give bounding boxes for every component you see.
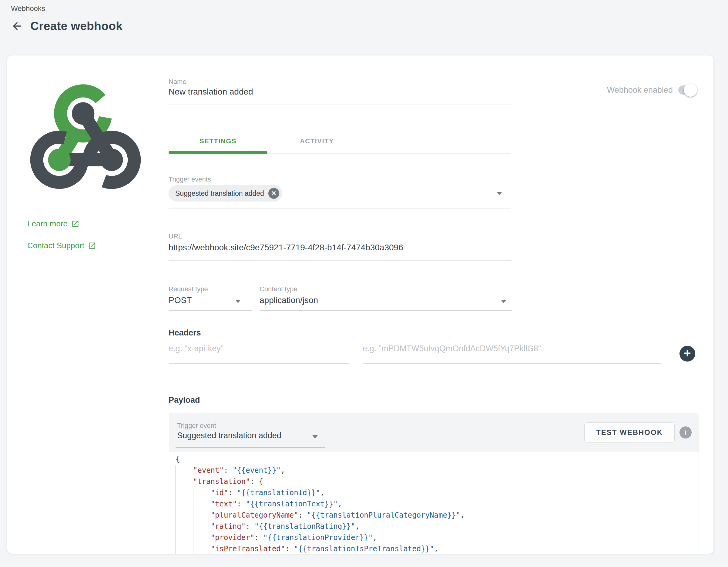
chip-label: Suggested translation added xyxy=(175,190,264,198)
headers-heading: Headers xyxy=(169,328,201,337)
trigger-events-label: Trigger events xyxy=(169,176,211,183)
payload-code: { "event": "{{event}}", "translation": {… xyxy=(176,454,465,554)
payload-panel-header: Trigger event Suggested translation adde… xyxy=(169,413,699,452)
tab-settings[interactable]: SETTINGS xyxy=(169,137,267,145)
name-input[interactable] xyxy=(169,87,511,97)
url-underline xyxy=(169,260,511,261)
add-header-button[interactable]: + xyxy=(679,346,695,361)
back-arrow-icon[interactable] xyxy=(10,19,24,33)
payload-trigger-event-underline xyxy=(176,447,325,448)
title-bar: Create webhook xyxy=(10,17,122,35)
learn-more-label: Learn more xyxy=(27,219,68,229)
payload-panel: Trigger event Suggested translation adde… xyxy=(169,413,699,554)
external-link-icon xyxy=(88,242,96,250)
header-value-input[interactable] xyxy=(363,344,661,353)
info-icon[interactable]: i xyxy=(679,426,692,438)
chevron-down-icon[interactable] xyxy=(501,300,506,303)
active-tab-indicator xyxy=(169,151,267,154)
breadcrumb[interactable]: Webhooks xyxy=(11,4,45,13)
external-link-icon xyxy=(71,220,79,228)
webhook-enabled-row: Webhook enabled xyxy=(607,83,697,97)
webhook-enabled-label: Webhook enabled xyxy=(607,86,673,95)
url-label: URL xyxy=(169,233,182,240)
payload-heading: Payload xyxy=(169,395,200,405)
name-label: Name xyxy=(169,78,186,86)
chevron-down-icon[interactable] xyxy=(497,192,502,195)
payload-trigger-event-select[interactable]: Suggested translation added xyxy=(177,431,281,440)
content-type-label: Content type xyxy=(260,285,297,293)
page-title: Create webhook xyxy=(30,19,122,33)
test-webhook-button[interactable]: TEST WEBHOOK xyxy=(584,422,675,442)
trigger-events-underline xyxy=(169,209,511,209)
chevron-down-icon[interactable] xyxy=(312,435,318,438)
learn-more-link[interactable]: Learn more xyxy=(27,219,79,229)
close-icon[interactable]: ✕ xyxy=(268,188,279,199)
trigger-event-chip[interactable]: Suggested translation added ✕ xyxy=(169,185,282,202)
plus-icon: + xyxy=(684,347,691,359)
header-key-input[interactable] xyxy=(169,344,349,353)
chevron-down-icon[interactable] xyxy=(235,300,241,303)
name-underline xyxy=(169,105,511,105)
webhook-logo xyxy=(26,77,145,196)
content-type-select[interactable]: application/json xyxy=(260,295,490,305)
contact-support-label: Contact Support xyxy=(27,241,84,250)
url-input[interactable] xyxy=(169,243,511,253)
contact-support-link[interactable]: Contact Support xyxy=(27,241,96,250)
request-type-label: Request type xyxy=(169,285,208,293)
request-type-underline xyxy=(169,310,252,310)
header-key-underline xyxy=(169,363,349,364)
toggle-thumb xyxy=(684,83,697,97)
content-type-underline xyxy=(260,310,512,310)
webhook-enabled-toggle[interactable] xyxy=(678,83,697,97)
webhook-card: Learn more Contact Support Name Webhook … xyxy=(7,55,713,554)
payload-trigger-event-label: Trigger event xyxy=(177,422,216,430)
payload-code-editor[interactable]: { "event": "{{event}}", "translation": {… xyxy=(169,452,699,554)
header-value-underline xyxy=(363,363,661,364)
tab-activity[interactable]: ACTIVITY xyxy=(267,137,366,145)
request-type-select[interactable]: POST xyxy=(169,295,235,305)
